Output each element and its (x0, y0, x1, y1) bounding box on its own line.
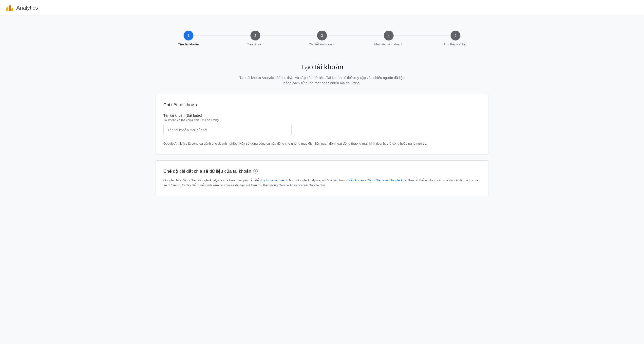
step-5-circle: 5 (450, 30, 460, 40)
data-sharing-card: Chế độ cài đặt chia sẻ dữ liệu của tài k… (155, 160, 489, 196)
page-heading: Tạo tài khoản Tạo tài khoản Analytics để… (155, 63, 489, 86)
step-3-label: Chi tiết kinh doanh (309, 42, 335, 46)
app-title: Analytics (16, 5, 38, 11)
account-details-title: Chi tiết tài khoản (163, 102, 481, 108)
data-sharing-description: Google chỉ xử lý dữ liệu Google Analytic… (163, 178, 481, 188)
stepper: 1 Tạo tài khoản 2 Tạo tài sản 3 Chi tiết… (155, 26, 489, 51)
data-sharing-text-2: dịch vụ Google Analytics, như đã nêu tro… (284, 178, 348, 182)
account-details-card: Chi tiết tài khoản Tên tài khoản (Bắt bu… (155, 94, 489, 154)
data-sharing-help-icon[interactable]: ? (253, 169, 258, 174)
data-sharing-text-1: Google chỉ xử lý dữ liệu Google Analytic… (163, 178, 260, 182)
step-2: 2 Tạo tài sản (222, 30, 288, 46)
account-name-input[interactable] (163, 125, 292, 135)
step-1-label: Tạo tài khoản (178, 42, 199, 46)
link-maintain-protect[interactable]: duy trì và bảo vệ (260, 178, 284, 182)
step-2-circle: 2 (250, 30, 260, 40)
data-sharing-title-row: Chế độ cài đặt chia sẻ dữ liệu của tài k… (163, 168, 481, 174)
app-header: Analytics (0, 0, 644, 16)
step-4-label: Mục tiêu kinh doanh (374, 42, 403, 46)
svg-rect-2 (11, 8, 13, 11)
analytics-logo-icon (6, 4, 14, 12)
page-description: Tạo tài khoản Analytics để thu thập và s… (236, 75, 408, 86)
step-5-label: Thu thập dữ liệu (444, 42, 467, 46)
main-content: 1 Tạo tài khoản 2 Tạo tài sản 3 Chi tiết… (149, 16, 495, 212)
step-4: 4 Mục tiêu kinh doanh (355, 30, 422, 46)
step-1: 1 Tạo tài khoản (155, 30, 222, 46)
svg-rect-0 (6, 8, 8, 11)
step-1-circle: 1 (184, 30, 194, 40)
svg-rect-1 (9, 6, 11, 11)
step-4-circle: 4 (384, 30, 394, 40)
account-name-hint: Tài khoản có thể chứa nhiều mã đo lường. (163, 118, 481, 122)
account-name-label: Tên tài khoản (Bắt buộc) (163, 114, 481, 118)
step-3-circle: 3 (317, 30, 327, 40)
data-sharing-title: Chế độ cài đặt chia sẻ dữ liệu của tài k… (163, 168, 251, 174)
page-title: Tạo tài khoản (155, 63, 489, 71)
account-name-field: Tên tài khoản (Bắt buộc) Tài khoản có th… (163, 114, 481, 135)
step-3: 3 Chi tiết kinh doanh (289, 30, 355, 46)
step-2-label: Tạo tài sản (247, 42, 264, 46)
account-note: Google Analytics là công cụ dành cho doa… (163, 141, 481, 146)
logo-container: Analytics (6, 4, 38, 12)
link-ads-terms[interactable]: Điều khoản xử lý dữ liệu của Google Ads (348, 178, 406, 182)
step-5: 5 Thu thập dữ liệu (422, 30, 489, 46)
